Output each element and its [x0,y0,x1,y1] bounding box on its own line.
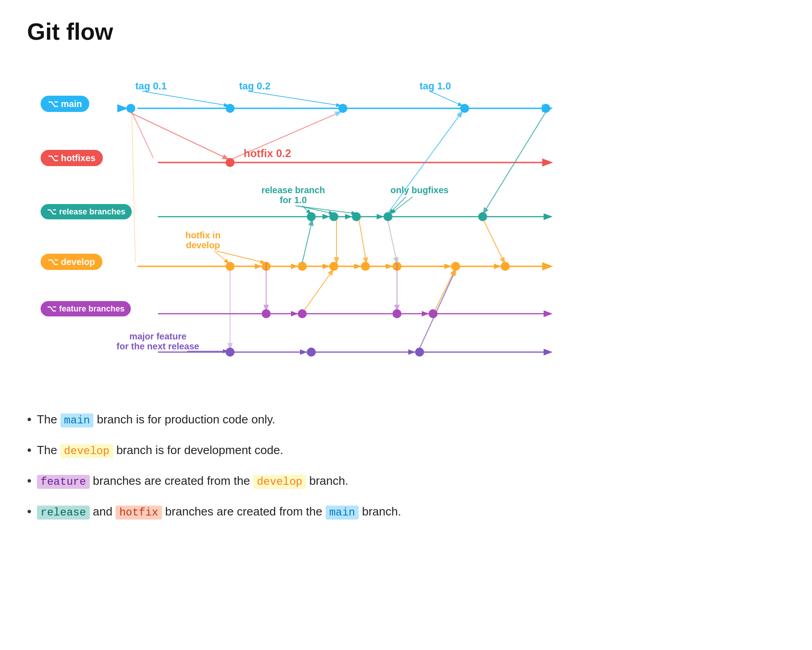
bugfix-arr2 [392,197,413,213]
highlight-develop: develop [60,444,113,458]
feature-to-dev1 [304,270,333,311]
develop-node4 [329,262,338,271]
bullet-4: • [27,504,32,519]
release-node2 [329,212,338,221]
major-node2 [307,348,316,357]
hotfix-pill-fo: ⌥hotfixes [41,150,144,175]
release-to-dev2 [359,220,366,263]
develop-node7 [451,262,460,271]
release-to-dev3 [388,221,397,263]
feature-pill-fo: ⌥feature branches [41,301,162,326]
rel-label-arr3 [295,206,355,214]
git-flow-diagram: tag 0.1 tag 0.2 tag 1.0 hotfix 0.2 relea… [27,59,559,384]
highlight-develop-2: develop [253,475,306,489]
release-to-dev4 [484,220,504,263]
develop-pill-fo: ⌥develop [41,254,135,279]
rel-branch-label2: for 1.0 [280,195,307,205]
tag10-arrow [430,91,462,106]
develop-node3 [298,262,307,271]
highlight-hotfix: hotfix [115,506,161,520]
major-feat-label2: for the next release [116,341,199,351]
legend: • The main branch is for production code… [27,411,785,521]
major-node1 [226,348,235,357]
legend-text-release-hotfix: release and hotfix branches are created … [37,503,401,521]
develop-node5 [361,262,370,271]
legend-text-develop: The develop branch is for development co… [37,441,283,460]
main-node-tag02 [338,104,347,113]
main-develop-branch [132,112,135,263]
feature-node3 [392,309,401,318]
dev-to-release1 [302,220,312,263]
main-node-end [541,104,550,113]
highlight-release: release [37,506,90,520]
main-pill-fo: ⌥main [41,96,140,121]
tag02-label: tag 0.2 [239,80,271,92]
hotfix-develop-label1: hotfix in [185,230,221,240]
page-title: Git flow [27,18,785,45]
highlight-main: main [60,413,94,427]
major-node3 [415,348,424,357]
major-feat-label1: major feature [129,331,187,341]
main-to-hotfix [131,113,228,159]
hotfix-dev-arr2 [217,251,264,263]
hotfix-develop-label2: develop [186,240,220,250]
tag01-label: tag 0.1 [135,80,167,92]
highlight-feature: feature [37,475,90,489]
develop-node8 [501,262,510,271]
tag02-arrow [248,91,340,106]
legend-text-feature: feature branches are created from the de… [37,472,348,490]
highlight-main-2: main [326,506,359,520]
feature-node4 [429,309,438,318]
feature-to-dev2 [435,270,455,311]
bullet-3: • [27,474,32,488]
legend-text-main: The main branch is for production code o… [37,411,275,429]
release-node5 [478,212,487,221]
release-pill-fo: ⌥release branches [41,204,158,229]
major-to-dev [420,270,456,348]
legend-item-develop: • The develop branch is for development … [27,441,785,460]
release-node4 [383,212,392,221]
rel-branch-label1: release branch [261,185,325,195]
develop-node1 [226,262,235,271]
only-bugfixes-label: only bugfixes [391,185,449,195]
hotfix-node [226,158,235,167]
feature-node2 [298,309,307,318]
feature-node1 [262,309,271,318]
legend-item-main: • The main branch is for production code… [27,411,785,429]
bullet-2: • [27,443,32,457]
tag01-arrow [142,91,228,106]
diagram-svg: tag 0.1 tag 0.2 tag 1.0 hotfix 0.2 relea… [27,59,559,384]
legend-item-feature: • feature branches are created from the … [27,472,785,490]
release-node1 [307,212,316,221]
legend-item-release-hotfix: • release and hotfix branches are create… [27,503,785,521]
hotfix-dev-arr1 [214,251,228,263]
tag10-label: tag 1.0 [420,80,451,92]
hotfix-02-label: hotfix 0.2 [244,147,291,159]
bullet-1: • [27,412,32,427]
